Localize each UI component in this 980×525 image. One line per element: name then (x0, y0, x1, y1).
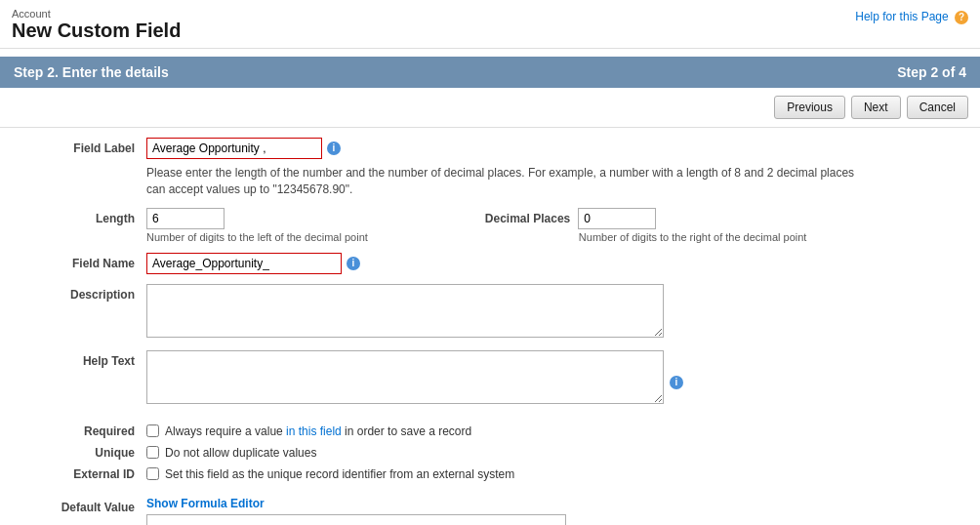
default-value-row: Default Value Show Formula Editor Use fo… (20, 497, 960, 525)
description-row: Description (20, 284, 960, 341)
step-bar-right: Step 2 of 4 (897, 64, 966, 80)
form-body: Field Label i Please enter the length of… (0, 128, 980, 525)
page-title: New Custom Field (12, 20, 968, 42)
field-name-label: Field Name (20, 253, 146, 270)
external-id-text: Set this field as the unique record iden… (165, 467, 514, 481)
field-name-row: Field Name i (20, 253, 960, 274)
required-checkbox[interactable] (146, 424, 159, 437)
helptext-textarea[interactable] (146, 350, 664, 404)
action-bar: Previous Next Cancel (0, 88, 980, 128)
external-id-content: Set this field as the unique record iden… (146, 467, 514, 481)
unique-checkbox[interactable] (146, 446, 159, 459)
required-row: Required Always require a value in this … (20, 424, 960, 438)
next-button[interactable]: Next (851, 96, 901, 119)
description-label: Description (20, 284, 146, 302)
step-bar-left: Step 2. Enter the details (14, 64, 169, 80)
required-text: Always require a value in this field in … (165, 424, 471, 438)
external-id-row: External ID Set this field as the unique… (20, 467, 960, 481)
helptext-info-icon[interactable]: i (670, 376, 683, 389)
unique-content: Do not allow duplicate values (146, 446, 316, 460)
length-content: Number of digits to the left of the deci… (146, 208, 960, 243)
decimal-input[interactable] (578, 208, 656, 229)
field-label-label: Field Label (20, 138, 146, 155)
length-row: Length Number of digits to the left of t… (20, 208, 960, 243)
external-id-label: External ID (20, 467, 146, 481)
helper-text: Please enter the length of the number an… (146, 165, 869, 198)
helptext-row: Help Text i (20, 350, 960, 407)
formula-input[interactable] (146, 514, 566, 525)
field-name-input[interactable] (146, 253, 342, 274)
helptext-label: Help Text (20, 350, 146, 368)
field-name-content: i (146, 253, 960, 274)
decimal-hint: Number of digits to the right of the dec… (579, 231, 807, 243)
unique-text: Do not allow duplicate values (165, 446, 316, 460)
description-content (146, 284, 960, 341)
required-content: Always require a value in this field in … (146, 424, 471, 438)
external-id-checkbox[interactable] (146, 467, 159, 480)
length-hint: Number of digits to the left of the deci… (146, 231, 368, 243)
length-input[interactable] (146, 208, 225, 229)
helptext-content: i (146, 350, 960, 407)
field-label-input[interactable] (146, 138, 322, 159)
default-value-label: Default Value (20, 497, 146, 514)
default-value-content: Show Formula Editor Use formula syntax: … (146, 497, 960, 525)
step-bar: Step 2. Enter the details Step 2 of 4 (0, 57, 980, 88)
decimal-label: Decimal Places (485, 212, 570, 225)
previous-button[interactable]: Previous (774, 96, 845, 119)
account-label: Account (12, 8, 968, 20)
length-label: Length (20, 208, 146, 225)
field-label-content: i Please enter the length of the number … (146, 138, 960, 198)
show-formula-link[interactable]: Show Formula Editor (146, 497, 960, 510)
required-label: Required (20, 424, 146, 438)
unique-label: Unique (20, 446, 146, 460)
field-label-row: Field Label i Please enter the length of… (20, 138, 960, 198)
cancel-button[interactable]: Cancel (907, 96, 968, 119)
field-label-info-icon[interactable]: i (327, 141, 341, 155)
field-name-info-icon[interactable]: i (347, 257, 360, 270)
help-link[interactable]: Help for this Page ? (855, 10, 968, 24)
unique-row: Unique Do not allow duplicate values (20, 446, 960, 460)
help-icon: ? (955, 11, 968, 24)
description-textarea[interactable] (146, 284, 664, 338)
help-link-text: Help for this Page (855, 10, 948, 23)
